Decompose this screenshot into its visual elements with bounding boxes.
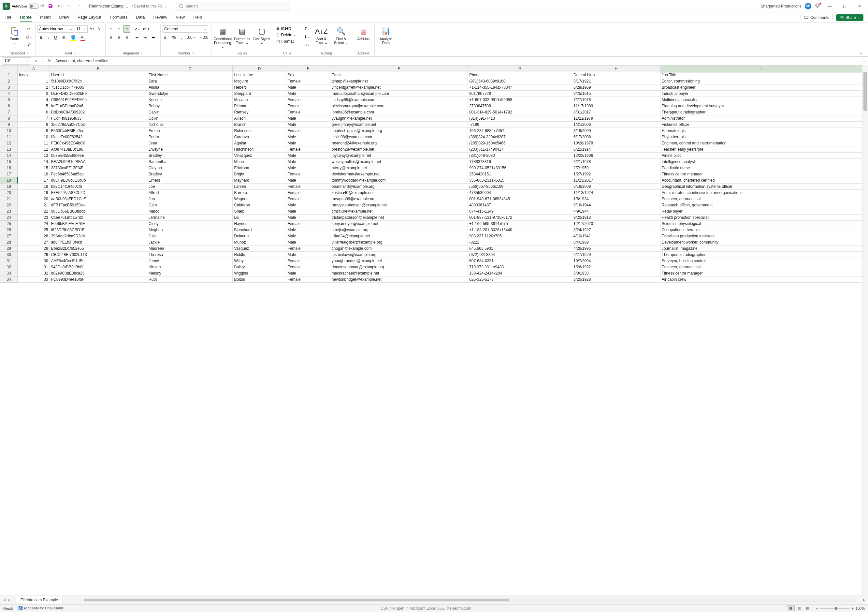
cell[interactable]: Kirsten — [147, 264, 232, 270]
cell[interactable]: Female — [286, 196, 330, 202]
cell[interactable]: Female — [286, 171, 330, 177]
cell[interactable]: Air cabin crew — [660, 276, 862, 283]
cell[interactable]: Branch — [232, 122, 286, 128]
vertical-scrollbar[interactable] — [862, 65, 868, 595]
cell[interactable]: Male — [286, 227, 330, 233]
cell[interactable]: Male — [286, 270, 330, 276]
cell[interactable]: Fitness centre manager — [660, 270, 862, 276]
cell[interactable]: Cordova — [232, 134, 286, 140]
cell[interactable]: CBCb48Ef7602b113 — [50, 252, 147, 258]
sheet-tab[interactable]: FileInfo.com Example — [16, 596, 63, 604]
cell[interactable]: d82e9C3dE3bca25 — [50, 270, 147, 276]
cell[interactable]: 12/17/2020 — [572, 221, 660, 227]
cell[interactable]: Fitness centre manager — [660, 171, 862, 177]
cell[interactable]: User Id — [50, 72, 147, 78]
font-launcher[interactable]: ↘ — [73, 51, 76, 55]
premium-icon[interactable] — [815, 3, 820, 9]
cell[interactable]: Sharp — [232, 208, 286, 214]
cell[interactable]: 001-314-829-5014x1792 — [468, 109, 572, 115]
maximize-button[interactable]: ▢ — [839, 2, 850, 11]
number-format-select[interactable]: General⌄ — [163, 25, 208, 33]
row-header[interactable]: 4 — [0, 91, 18, 97]
cut-icon[interactable]: ✂ — [25, 25, 33, 33]
cell[interactable]: 2/7/1959 — [572, 165, 660, 171]
cell[interactable]: 2534420151 — [468, 171, 572, 177]
cell[interactable]: Riddle — [232, 252, 286, 258]
tab-home[interactable]: Home — [20, 13, 32, 22]
cell[interactable]: Female — [286, 78, 330, 84]
cell[interactable]: 001-940-671-0693x345 — [468, 196, 572, 202]
cell[interactable]: 645.665.5931 — [468, 245, 572, 252]
collapse-ribbon-icon[interactable]: ⌄ — [857, 49, 865, 56]
cell[interactable]: Larsen — [232, 183, 286, 190]
tab-data[interactable]: Data — [136, 13, 145, 22]
col-header-D[interactable]: D — [232, 65, 286, 72]
cell[interactable]: 11/17/1989 — [572, 103, 660, 109]
row-header[interactable]: 13 — [0, 146, 18, 152]
cell[interactable]: yvaughn@example.net — [330, 115, 468, 122]
cell[interactable]: C88661E02EEDA9e — [50, 97, 147, 103]
row-header[interactable]: 17 — [0, 171, 18, 177]
row-header[interactable]: 34 — [0, 276, 18, 283]
cell[interactable]: Administrator — [660, 115, 862, 122]
cell[interactable]: -7199 — [468, 122, 572, 128]
cell[interactable]: Liu — [232, 214, 286, 221]
cell[interactable]: 23 — [18, 214, 50, 221]
cell[interactable]: Male — [286, 152, 330, 159]
cell[interactable]: f628DfBb03CBD1F — [50, 227, 147, 233]
row-header[interactable]: 7 — [0, 109, 18, 115]
cell[interactable]: 4/10/1941 — [572, 233, 660, 239]
cell[interactable]: newtonbridget@example.net — [330, 276, 468, 283]
cell[interactable]: Bradley — [147, 171, 232, 177]
cell[interactable]: F0e6bBAfFAeE76E — [50, 221, 147, 227]
row-header[interactable]: 26 — [0, 227, 18, 233]
row-header[interactable]: 11 — [0, 134, 18, 140]
cell[interactable]: Male — [286, 202, 330, 208]
cell[interactable]: 166-234-6882x7457 — [468, 128, 572, 134]
cell[interactable]: Bobby — [147, 103, 232, 109]
cell[interactable]: Engineer, aeronautical — [660, 196, 862, 202]
sort-filter-button[interactable]: A↓ZSort & Filter ⌄ — [312, 25, 330, 46]
cell[interactable]: Industrial buyer — [660, 91, 862, 97]
cell[interactable]: Male — [286, 252, 330, 258]
cell[interactable]: 943DafaDB3cBb8f — [50, 264, 147, 270]
cell[interactable]: Collin — [147, 115, 232, 122]
cell[interactable]: 1 — [18, 78, 50, 84]
cell[interactable]: 057EE455E68fe9E — [50, 152, 147, 159]
cell[interactable]: Pedro — [147, 134, 232, 140]
cell[interactable]: 11/13/1924 — [572, 190, 660, 196]
cell[interactable]: Samantha — [147, 159, 232, 165]
cell[interactable]: Bailey — [232, 264, 286, 270]
cell[interactable]: 32 — [18, 270, 50, 276]
paste-button[interactable]: Paste⌄ — [5, 25, 23, 46]
cell[interactable]: 12/23/1906 — [572, 152, 660, 159]
format-painter-icon[interactable]: 🖌 — [25, 41, 33, 48]
cell[interactable]: Wagner — [232, 196, 286, 202]
cell[interactable]: nterry@example.net — [330, 165, 468, 171]
cell[interactable]: 8/31/2017 — [572, 109, 660, 115]
cell[interactable]: Male — [286, 115, 330, 122]
cell[interactable]: 27 — [18, 239, 50, 245]
cell[interactable]: Kristine — [147, 97, 232, 103]
cell[interactable]: Fec6b46586ad5ab — [50, 171, 147, 177]
align-bottom-icon[interactable]: ≡ — [123, 25, 130, 33]
col-header-F[interactable]: F — [330, 65, 468, 72]
cell[interactable]: Bolton — [232, 276, 286, 283]
cell[interactable]: Female — [286, 109, 330, 115]
cell[interactable]: Engineer, control and instrumentation — [660, 140, 862, 146]
cell[interactable]: 19 — [18, 190, 50, 196]
tab-view[interactable]: View — [176, 13, 185, 22]
cell[interactable]: Female — [286, 183, 330, 190]
row-header[interactable]: 15 — [0, 159, 18, 165]
cell[interactable]: 7/27/1978 — [572, 97, 660, 103]
cell[interactable]: 4/26/1995 — [572, 245, 660, 252]
cell[interactable]: Male — [286, 122, 330, 128]
cell[interactable]: Teacher, early years/pre — [660, 146, 862, 152]
cell[interactable]: tsharp@example.net — [330, 78, 468, 84]
cell[interactable]: 28 — [18, 245, 50, 252]
cell[interactable]: DcEFDB2D2e62bF9 — [50, 91, 147, 97]
cell[interactable]: 11/23/2017 — [572, 177, 660, 183]
user-avatar[interactable]: SP — [805, 3, 811, 9]
zoom-slider[interactable] — [820, 608, 849, 609]
font-name-input[interactable]: Aptos Narrow⌄ — [37, 25, 74, 33]
